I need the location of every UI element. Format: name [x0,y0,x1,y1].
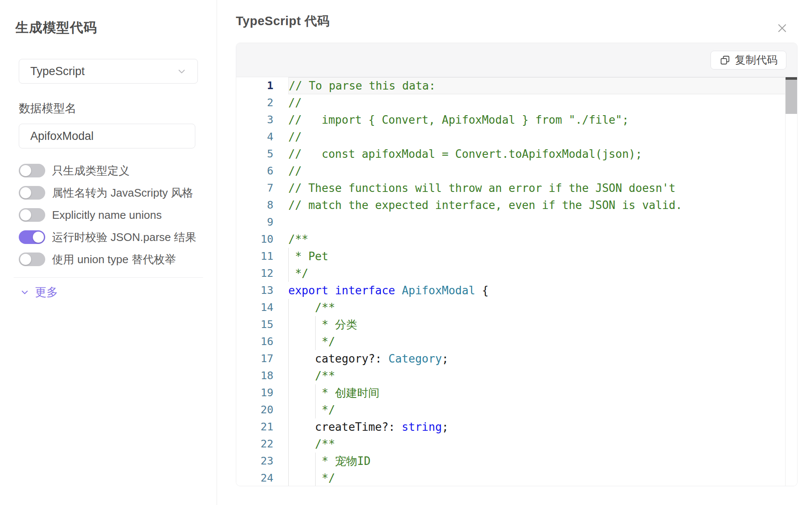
scrollbar-thumb[interactable] [786,80,797,114]
code-token [328,284,335,297]
line-number: 17 [236,350,288,367]
code-token [395,284,402,297]
toggle-row: 运行时校验 JSON.parse 结果 [19,226,201,248]
code-token: /** [288,233,308,246]
code-line-text: export interface ApifoxModal { [288,282,785,299]
code-token: // const apifoxModal = Convert.toApifoxM… [288,148,642,160]
code-token: // These functions will throw an error i… [288,182,676,194]
model-name-input[interactable] [19,124,195,148]
code-token: ApifoxModal [402,284,475,297]
code-token: // [288,96,302,109]
indent-guide [288,316,289,333]
code-token: * Pet [288,250,328,263]
code-line: 1// To parse this data: [236,77,797,94]
toggle-label: 属性名转为 JavaScripty 风格 [52,186,193,200]
code-line: 2// [236,94,797,111]
page-title: 生成模型代码 [15,19,201,37]
toggle-switch-2[interactable] [19,208,45,222]
indent-guide [315,333,316,350]
code-token: */ [288,335,335,348]
code-token: /** [288,438,335,450]
line-number: 19 [236,384,288,401]
code-toolbar: 复制代码 [236,43,797,77]
code-line: 8// match the expected interface, even i… [236,197,797,214]
code-line-text: */ [288,401,785,418]
code-token: * 创建时间 [288,386,380,399]
toggle-switch-3[interactable] [19,230,45,244]
code-editor[interactable]: 1// To parse this data:2//3// import { C… [236,77,797,486]
copy-code-button[interactable]: 复制代码 [710,51,786,70]
code-line: 11 * Pet [236,248,797,265]
sidebar-divider [14,277,203,278]
language-select-value: TypeScript [30,65,175,78]
code-line: 20 */ [236,401,797,418]
code-token: { [475,284,488,297]
code-line: 24 */ [236,470,797,486]
indent-guide [288,470,289,486]
line-number: 24 [236,470,288,486]
code-line-text: // import { Convert, ApifoxModal } from … [288,111,785,128]
code-token: // [288,165,302,177]
toggle-switch-0[interactable] [19,164,45,177]
indent-guide [288,401,289,418]
code-line-text: // To parse this data: [288,77,785,94]
indent-guide [315,384,316,401]
code-token: * 宠物ID [288,455,371,467]
code-line-text: /** [288,367,785,384]
language-select[interactable]: TypeScript [19,59,198,84]
toggle-knob [20,254,31,265]
indent-guide [288,453,289,470]
close-icon [775,21,789,35]
line-number: 14 [236,299,288,316]
toggle-knob [20,209,31,221]
code-line-text: /** [288,299,785,316]
code-token: export [288,284,328,297]
line-number: 3 [236,111,288,128]
more-link[interactable]: 更多 [20,284,201,300]
toggle-label: 只生成类型定义 [52,163,130,178]
toggle-label: 运行时校验 JSON.parse 结果 [52,230,196,245]
code-line-text: createTime?: string; [288,418,785,435]
line-number: 10 [236,231,288,248]
chevron-down-icon [20,287,30,297]
panel-title: TypeScript 代码 [236,13,798,30]
code-line-text: */ [288,470,785,486]
code-line: 17 category?: Category; [236,350,797,367]
code-token: // [288,131,302,143]
code-line: 21 createTime?: string; [236,418,797,435]
code-line-text: * 分类 [288,316,785,333]
indent-guide [288,418,289,435]
code-token: /** [288,301,335,314]
code-token: ; [442,421,449,433]
indent-guide [288,367,289,384]
code-token: // match the expected interface, even if… [288,199,682,212]
indent-guide [288,248,289,265]
code-line: 22 /** [236,435,797,453]
toggle-row: 属性名转为 JavaScripty 风格 [19,182,201,204]
code-line-text: */ [288,265,785,282]
code-line: 13export interface ApifoxModal { [236,282,797,299]
code-line: 19 * 创建时间 [236,384,797,401]
sidebar: 生成模型代码 TypeScript 数据模型名 只生成类型定义属性名转为 Jav… [0,0,217,505]
vertical-scrollbar[interactable] [785,77,797,486]
indent-guide [315,316,316,333]
toggle-row: 只生成类型定义 [19,160,201,182]
chevron-down-icon [175,65,188,78]
code-preview-panel: TypeScript 代码 复制代码 1// To parse this dat… [217,0,812,505]
code-line: 12 */ [236,265,797,282]
code-token: */ [288,267,308,280]
code-line: 7// These functions will throw an error … [236,180,797,197]
code-line-text: */ [288,333,785,350]
code-token: // To parse this data: [289,79,435,92]
toggle-row: Explicitly name unions [19,204,201,226]
code-line-text: * 创建时间 [288,384,785,401]
code-token: // import { Convert, ApifoxModal } from … [288,113,629,126]
line-number: 11 [236,248,288,265]
code-token: Category [389,352,442,365]
line-number: 8 [236,197,288,214]
toggle-switch-1[interactable] [19,186,45,200]
line-number: 9 [236,214,288,231]
close-button[interactable] [774,20,790,36]
line-number: 1 [236,77,288,94]
toggle-switch-4[interactable] [19,252,45,266]
